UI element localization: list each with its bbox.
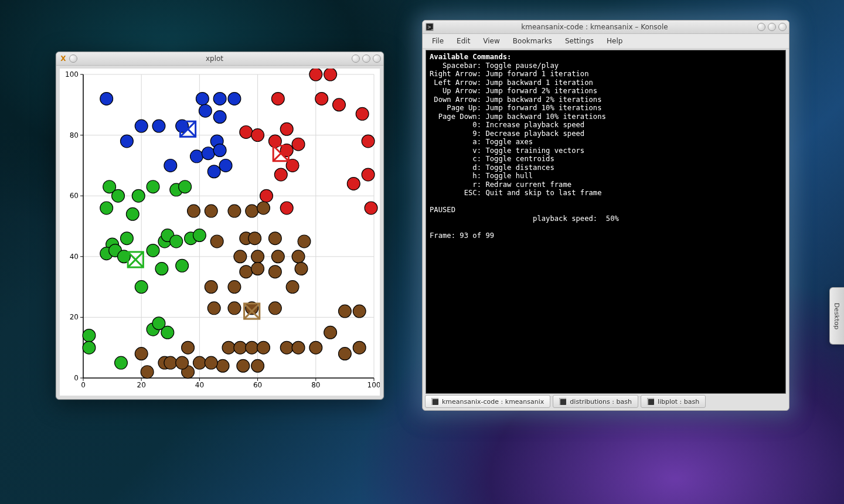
svg-text:60: 60 [253, 381, 262, 389]
konsole-menubar[interactable]: FileEditViewBookmarksSettingsHelp [423, 34, 789, 49]
svg-point-95 [193, 229, 206, 242]
svg-point-50 [190, 150, 203, 163]
svg-point-140 [193, 356, 206, 369]
svg-point-114 [251, 250, 264, 263]
svg-point-38 [100, 93, 113, 105]
close-button[interactable] [778, 23, 787, 31]
svg-point-41 [152, 120, 165, 132]
svg-point-44 [196, 93, 209, 105]
svg-point-135 [135, 348, 148, 360]
svg-point-79 [126, 207, 139, 220]
svg-point-76 [100, 202, 113, 214]
svg-point-130 [216, 359, 229, 372]
svg-point-144 [246, 341, 258, 354]
plot-area[interactable]: 020406080100020406080100 [60, 69, 380, 396]
svg-point-39 [120, 135, 133, 148]
svg-point-80 [147, 181, 159, 193]
svg-point-105 [228, 205, 241, 217]
svg-point-117 [240, 265, 253, 278]
minimize-button[interactable] [352, 55, 360, 63]
tab[interactable]: distributions : bash [553, 395, 638, 408]
terminal-icon [647, 398, 654, 405]
svg-point-71 [347, 178, 360, 190]
xplot-menu-button[interactable] [69, 55, 77, 63]
svg-point-149 [324, 326, 337, 339]
maximize-button[interactable] [768, 23, 776, 31]
svg-point-138 [164, 356, 177, 369]
konsole-window[interactable]: >_ kmeansanix-code : kmeansanix – Konsol… [422, 20, 789, 411]
menu-item-bookmarks[interactable]: Bookmarks [507, 36, 558, 46]
menu-item-file[interactable]: File [426, 36, 450, 46]
svg-point-146 [280, 341, 293, 354]
svg-point-128 [182, 341, 195, 354]
tab[interactable]: libplot : bash [641, 395, 706, 408]
terminal-output[interactable]: Available Commands: Spacebar: Toggle pau… [426, 50, 786, 394]
svg-point-123 [286, 281, 299, 294]
svg-point-134 [353, 305, 366, 318]
svg-point-52 [213, 144, 226, 157]
svg-point-112 [298, 235, 311, 248]
svg-point-72 [362, 168, 375, 181]
svg-point-103 [188, 205, 200, 217]
svg-point-136 [141, 366, 154, 379]
terminal-icon [431, 398, 438, 405]
close-button[interactable] [373, 55, 381, 63]
tab-label: libplot : bash [658, 398, 699, 406]
svg-point-88 [147, 244, 159, 257]
svg-point-68 [315, 93, 328, 105]
svg-point-148 [309, 341, 322, 354]
svg-point-49 [228, 93, 241, 105]
konsole-tab-bar[interactable]: kmeansanix-code : kmeansanixdistribution… [425, 395, 787, 408]
svg-text:>_: >_ [427, 25, 434, 30]
svg-point-111 [268, 232, 281, 245]
menu-item-settings[interactable]: Settings [559, 36, 600, 46]
svg-text:40: 40 [70, 253, 79, 261]
svg-point-110 [249, 232, 261, 245]
svg-point-104 [205, 205, 217, 217]
menu-item-edit[interactable]: Edit [451, 36, 476, 46]
svg-point-40 [135, 120, 148, 132]
svg-point-82 [179, 181, 192, 193]
svg-point-67 [324, 69, 337, 81]
svg-point-115 [271, 250, 284, 263]
svg-point-147 [292, 341, 305, 354]
svg-point-46 [213, 93, 226, 105]
svg-point-121 [205, 281, 217, 294]
scatter-plot: 020406080100020406080100 [60, 69, 380, 396]
svg-point-120 [295, 263, 308, 275]
menu-item-view[interactable]: View [477, 36, 505, 46]
svg-point-124 [207, 302, 220, 315]
svg-point-78 [132, 189, 145, 202]
svg-text:80: 80 [311, 381, 320, 389]
svg-point-133 [338, 305, 351, 318]
svg-text:40: 40 [195, 381, 204, 389]
svg-point-62 [274, 168, 287, 181]
svg-point-141 [205, 356, 217, 369]
svg-point-58 [280, 122, 293, 135]
svg-text:80: 80 [70, 131, 79, 139]
svg-point-151 [353, 341, 366, 354]
svg-point-65 [271, 93, 284, 105]
svg-text:60: 60 [70, 192, 79, 200]
svg-point-63 [260, 189, 273, 202]
svg-point-91 [170, 235, 183, 248]
tab[interactable]: kmeansanix-code : kmeansanix [425, 395, 550, 408]
svg-point-143 [234, 341, 247, 354]
svg-point-102 [115, 356, 128, 369]
desktop-edge-tab[interactable]: Desktop [829, 287, 844, 345]
svg-point-150 [338, 348, 351, 360]
xplot-window[interactable]: X xplot 020406080100020406080100 [56, 52, 384, 400]
minimize-button[interactable] [757, 23, 765, 31]
xplot-titlebar[interactable]: X xplot [56, 52, 383, 66]
svg-point-94 [176, 259, 189, 272]
svg-point-47 [213, 111, 226, 124]
svg-point-122 [228, 281, 241, 294]
maximize-button[interactable] [362, 55, 370, 63]
svg-point-108 [210, 235, 223, 248]
menu-item-help[interactable]: Help [601, 36, 628, 46]
konsole-titlebar[interactable]: >_ kmeansanix-code : kmeansanix – Konsol… [423, 21, 789, 34]
svg-point-66 [309, 69, 322, 81]
svg-point-86 [120, 232, 133, 245]
svg-text:20: 20 [70, 313, 79, 321]
svg-point-107 [257, 202, 270, 214]
